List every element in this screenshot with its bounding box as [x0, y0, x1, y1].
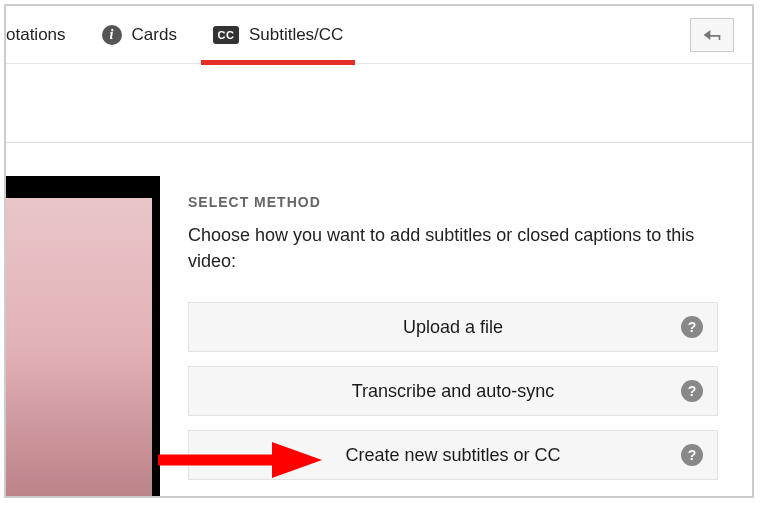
method-transcribe-auto-sync[interactable]: Transcribe and auto-sync ? — [188, 366, 718, 416]
content-area: SELECT METHOD Choose how you want to add… — [6, 176, 752, 496]
divider — [6, 142, 752, 143]
help-icon[interactable]: ? — [681, 444, 703, 466]
tab-subtitles-label: Subtitles/CC — [249, 25, 343, 45]
tab-subtitles[interactable]: CC Subtitles/CC — [195, 6, 361, 63]
thumbnail-image — [6, 198, 152, 496]
video-thumbnail — [6, 176, 160, 496]
tab-annotations-label: otations — [6, 25, 66, 45]
tab-cards-label: Cards — [132, 25, 177, 45]
info-icon: i — [102, 25, 122, 45]
method-label: Create new subtitles or CC — [345, 445, 560, 466]
section-heading: SELECT METHOD — [188, 194, 718, 210]
cc-icon: CC — [213, 26, 239, 44]
tab-cards[interactable]: i Cards — [84, 6, 195, 63]
back-button[interactable] — [690, 18, 734, 52]
method-create-new-subtitles[interactable]: Create new subtitles or CC ? — [188, 430, 718, 480]
method-upload-file[interactable]: Upload a file ? — [188, 302, 718, 352]
method-label: Transcribe and auto-sync — [352, 381, 554, 402]
tab-annotations[interactable]: otations — [6, 6, 84, 63]
section-description: Choose how you want to add subtitles or … — [188, 222, 718, 274]
tab-bar: otations i Cards CC Subtitles/CC — [6, 6, 752, 64]
help-icon[interactable]: ? — [681, 316, 703, 338]
reply-arrow-icon — [702, 28, 722, 42]
help-icon[interactable]: ? — [681, 380, 703, 402]
method-label: Upload a file — [403, 317, 503, 338]
